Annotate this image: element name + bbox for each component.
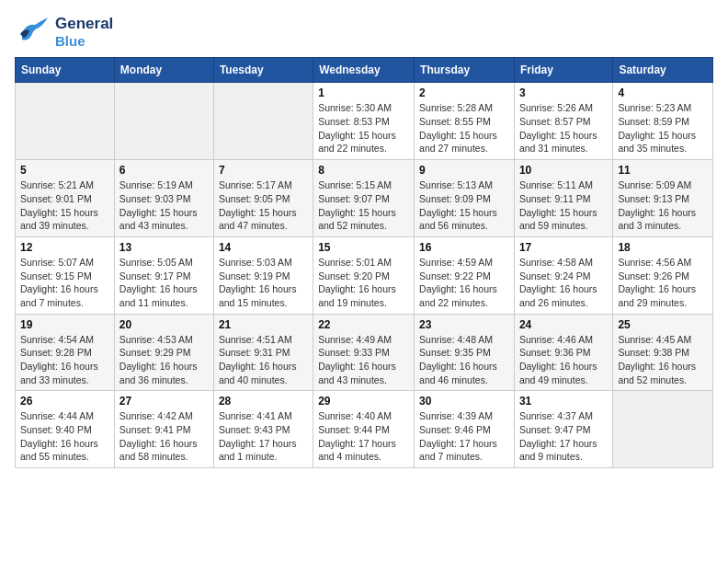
header-monday: Monday — [114, 58, 213, 83]
day-info: Sunrise: 5:03 AM Sunset: 9:19 PM Dayligh… — [219, 256, 308, 310]
day-cell: 3Sunrise: 5:26 AM Sunset: 8:57 PM Daylig… — [514, 83, 612, 160]
day-info: Sunrise: 4:39 AM Sunset: 9:46 PM Dayligh… — [419, 409, 509, 464]
day-number: 1 — [318, 86, 409, 99]
day-cell: 22Sunrise: 4:49 AM Sunset: 9:33 PM Dayli… — [313, 314, 415, 391]
day-cell: 28Sunrise: 4:41 AM Sunset: 9:43 PM Dayli… — [213, 391, 313, 468]
day-cell: 19Sunrise: 4:54 AM Sunset: 9:28 PM Dayli… — [16, 314, 115, 391]
day-cell — [613, 391, 713, 468]
day-info: Sunrise: 4:54 AM Sunset: 9:28 PM Dayligh… — [20, 333, 109, 387]
day-number: 17 — [519, 241, 608, 254]
day-number: 23 — [419, 318, 509, 331]
day-info: Sunrise: 5:09 AM Sunset: 9:13 PM Dayligh… — [618, 178, 708, 233]
day-number: 18 — [618, 241, 708, 254]
day-info: Sunrise: 5:23 AM Sunset: 8:59 PM Dayligh… — [618, 101, 708, 155]
day-number: 7 — [219, 164, 308, 177]
day-number: 2 — [419, 86, 509, 99]
day-cell: 18Sunrise: 4:56 AM Sunset: 9:26 PM Dayli… — [613, 236, 713, 314]
day-info: Sunrise: 4:40 AM Sunset: 9:44 PM Dayligh… — [318, 409, 409, 464]
day-cell: 1Sunrise: 5:30 AM Sunset: 8:53 PM Daylig… — [313, 83, 415, 160]
day-cell: 25Sunrise: 4:45 AM Sunset: 9:38 PM Dayli… — [613, 314, 713, 391]
logo-icon — [15, 16, 51, 49]
day-cell: 16Sunrise: 4:59 AM Sunset: 9:22 PM Dayli… — [415, 236, 515, 314]
day-number: 13 — [119, 241, 209, 254]
day-info: Sunrise: 4:41 AM Sunset: 9:43 PM Dayligh… — [219, 409, 308, 464]
day-cell: 29Sunrise: 4:40 AM Sunset: 9:44 PM Dayli… — [313, 391, 415, 468]
header-thursday: Thursday — [415, 58, 515, 83]
day-number: 3 — [519, 86, 608, 99]
day-cell: 31Sunrise: 4:37 AM Sunset: 9:47 PM Dayli… — [514, 391, 612, 468]
day-cell: 27Sunrise: 4:42 AM Sunset: 9:41 PM Dayli… — [114, 391, 213, 468]
week-row-2: 5Sunrise: 5:21 AM Sunset: 9:01 PM Daylig… — [16, 160, 713, 237]
calendar-table: SundayMondayTuesdayWednesdayThursdayFrid… — [15, 57, 713, 468]
day-number: 9 — [419, 164, 509, 177]
day-number: 19 — [20, 318, 109, 331]
header-saturday: Saturday — [613, 58, 713, 83]
day-number: 31 — [519, 395, 608, 408]
day-cell: 15Sunrise: 5:01 AM Sunset: 9:20 PM Dayli… — [313, 236, 415, 314]
day-cell: 7Sunrise: 5:17 AM Sunset: 9:05 PM Daylig… — [213, 160, 313, 237]
day-number: 24 — [519, 318, 608, 331]
day-cell — [16, 83, 115, 160]
day-cell: 23Sunrise: 4:48 AM Sunset: 9:35 PM Dayli… — [415, 314, 515, 391]
day-number: 29 — [318, 395, 409, 408]
day-cell: 2Sunrise: 5:28 AM Sunset: 8:55 PM Daylig… — [415, 83, 515, 160]
day-number: 16 — [419, 241, 509, 254]
day-number: 20 — [119, 318, 209, 331]
day-info: Sunrise: 5:13 AM Sunset: 9:09 PM Dayligh… — [419, 178, 509, 233]
day-cell: 6Sunrise: 5:19 AM Sunset: 9:03 PM Daylig… — [114, 160, 213, 237]
day-cell: 12Sunrise: 5:07 AM Sunset: 9:15 PM Dayli… — [16, 236, 115, 314]
day-info: Sunrise: 5:15 AM Sunset: 9:07 PM Dayligh… — [318, 178, 409, 233]
day-cell: 4Sunrise: 5:23 AM Sunset: 8:59 PM Daylig… — [613, 83, 713, 160]
week-row-5: 26Sunrise: 4:44 AM Sunset: 9:40 PM Dayli… — [16, 391, 713, 468]
day-cell: 11Sunrise: 5:09 AM Sunset: 9:13 PM Dayli… — [613, 160, 713, 237]
day-number: 22 — [318, 318, 409, 331]
day-info: Sunrise: 5:26 AM Sunset: 8:57 PM Dayligh… — [519, 101, 608, 155]
day-cell — [114, 83, 213, 160]
day-cell: 5Sunrise: 5:21 AM Sunset: 9:01 PM Daylig… — [16, 160, 115, 237]
day-number: 27 — [119, 395, 209, 408]
logo: General Blue — [15, 15, 113, 50]
day-cell: 8Sunrise: 5:15 AM Sunset: 9:07 PM Daylig… — [313, 160, 415, 237]
day-info: Sunrise: 4:45 AM Sunset: 9:38 PM Dayligh… — [618, 333, 708, 387]
week-row-4: 19Sunrise: 4:54 AM Sunset: 9:28 PM Dayli… — [16, 314, 713, 391]
day-info: Sunrise: 5:30 AM Sunset: 8:53 PM Dayligh… — [318, 101, 409, 155]
day-number: 4 — [618, 86, 708, 99]
day-number: 6 — [119, 164, 209, 177]
day-info: Sunrise: 5:21 AM Sunset: 9:01 PM Dayligh… — [20, 178, 109, 233]
day-info: Sunrise: 4:53 AM Sunset: 9:29 PM Dayligh… — [119, 333, 209, 387]
header-tuesday: Tuesday — [213, 58, 313, 83]
day-cell — [213, 83, 313, 160]
day-cell: 17Sunrise: 4:58 AM Sunset: 9:24 PM Dayli… — [514, 236, 612, 314]
day-info: Sunrise: 4:48 AM Sunset: 9:35 PM Dayligh… — [419, 333, 509, 387]
header-friday: Friday — [514, 58, 612, 83]
day-number: 30 — [419, 395, 509, 408]
day-info: Sunrise: 4:37 AM Sunset: 9:47 PM Dayligh… — [519, 409, 608, 464]
day-number: 14 — [219, 241, 308, 254]
day-number: 12 — [20, 241, 109, 254]
day-info: Sunrise: 5:05 AM Sunset: 9:17 PM Dayligh… — [119, 256, 209, 310]
day-number: 28 — [219, 395, 308, 408]
logo-text: General Blue — [55, 15, 113, 50]
day-info: Sunrise: 5:11 AM Sunset: 9:11 PM Dayligh… — [519, 178, 608, 233]
day-cell: 20Sunrise: 4:53 AM Sunset: 9:29 PM Dayli… — [114, 314, 213, 391]
day-number: 25 — [618, 318, 708, 331]
day-cell: 30Sunrise: 4:39 AM Sunset: 9:46 PM Dayli… — [415, 391, 515, 468]
day-cell: 21Sunrise: 4:51 AM Sunset: 9:31 PM Dayli… — [213, 314, 313, 391]
day-number: 10 — [519, 164, 608, 177]
day-info: Sunrise: 4:44 AM Sunset: 9:40 PM Dayligh… — [20, 409, 109, 464]
day-number: 5 — [20, 164, 109, 177]
calendar-header-row: SundayMondayTuesdayWednesdayThursdayFrid… — [16, 58, 713, 83]
day-cell: 24Sunrise: 4:46 AM Sunset: 9:36 PM Dayli… — [514, 314, 612, 391]
day-cell: 10Sunrise: 5:11 AM Sunset: 9:11 PM Dayli… — [514, 160, 612, 237]
day-number: 15 — [318, 241, 409, 254]
week-row-3: 12Sunrise: 5:07 AM Sunset: 9:15 PM Dayli… — [16, 236, 713, 314]
day-info: Sunrise: 4:46 AM Sunset: 9:36 PM Dayligh… — [519, 333, 608, 387]
day-cell: 26Sunrise: 4:44 AM Sunset: 9:40 PM Dayli… — [16, 391, 115, 468]
day-info: Sunrise: 4:42 AM Sunset: 9:41 PM Dayligh… — [119, 409, 209, 464]
day-info: Sunrise: 5:28 AM Sunset: 8:55 PM Dayligh… — [419, 101, 509, 155]
day-number: 21 — [219, 318, 308, 331]
day-info: Sunrise: 4:59 AM Sunset: 9:22 PM Dayligh… — [419, 256, 509, 310]
page-header: General Blue — [15, 15, 713, 50]
day-info: Sunrise: 5:19 AM Sunset: 9:03 PM Dayligh… — [119, 178, 209, 233]
day-info: Sunrise: 4:58 AM Sunset: 9:24 PM Dayligh… — [519, 256, 608, 310]
